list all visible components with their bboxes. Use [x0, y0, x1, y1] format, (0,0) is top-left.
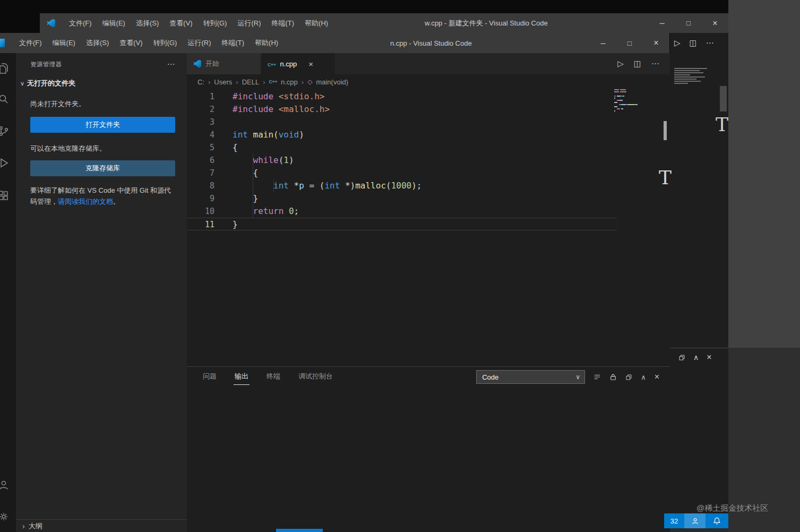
menu-item[interactable]: 终端(T) [216, 38, 250, 48]
panel-tab-输出[interactable]: 输出 [234, 370, 250, 385]
menu-item[interactable]: 转到(G) [198, 19, 233, 28]
outline-section[interactable]: › 大纲 [16, 519, 187, 532]
source-control-icon[interactable] [0, 125, 10, 138]
menu-item[interactable]: 运行(R) [182, 38, 216, 48]
lock-icon[interactable] [609, 373, 617, 381]
menu-item[interactable]: 选择(S) [81, 38, 114, 48]
breadcrumb-item[interactable]: Users [214, 78, 232, 86]
more-actions-icon[interactable]: ⋯ [167, 59, 175, 69]
minimize-icon[interactable]: ─ [590, 33, 616, 53]
git-docs-link[interactable]: 请阅读我们的文档 [58, 198, 113, 205]
status-line-badge[interactable]: 32 [664, 513, 684, 528]
close-icon[interactable]: × [702, 13, 728, 33]
panel-tab-终端[interactable]: 终端 [265, 370, 281, 384]
front-menu-bar: 文件(F)编辑(E)选择(S)查看(V)转到(G)运行(R)终端(T)帮助(H) [14, 38, 283, 48]
git-hint-text: 要详细了解如何在 VS Code 中使用 Git 和源代码管理，请阅读我们的文档… [30, 185, 175, 207]
front-vscode-window: 文件(F)编辑(E)选择(S)查看(V)转到(G)运行(R)终端(T)帮助(H)… [0, 33, 670, 532]
line-number: 8 [187, 179, 214, 192]
extensions-icon[interactable] [0, 190, 10, 202]
panel-tab-问题[interactable]: 问题 [202, 370, 218, 384]
back-editor-strip: ▷ ◫ ⋯ T ∧ × [670, 33, 728, 528]
editor-tab-n.cpp[interactable]: n.cpp× [261, 53, 336, 74]
panel-controls: Code ∨ ∧ × [476, 370, 659, 384]
notifications-bell-icon[interactable] [706, 513, 728, 528]
close-panel-icon[interactable]: × [655, 372, 659, 382]
back-panel-actions: ∧ × [678, 353, 712, 362]
menu-item[interactable]: 文件(F) [14, 38, 47, 48]
breadcrumb-separator: › [236, 78, 238, 86]
close-icon[interactable]: × [643, 33, 669, 53]
code-line[interactable]: 9 } [187, 192, 617, 205]
chevron-up-icon[interactable]: ∧ [693, 353, 699, 362]
statusbar-sliver [276, 529, 323, 532]
breadcrumb-item[interactable]: DELL [242, 78, 260, 86]
open-folder-button[interactable]: 打开文件夹 [30, 117, 175, 133]
back-minimap[interactable] [674, 68, 718, 85]
empty-folder-text: 尚未打开文件夹。 [30, 99, 175, 109]
split-editor-icon[interactable]: ◫ [690, 38, 697, 48]
minimize-icon[interactable]: ─ [649, 13, 675, 33]
back-scrollbar-thumb[interactable] [720, 86, 727, 111]
outline-label: 大纲 [29, 521, 42, 531]
panel-tab-调试控制台[interactable]: 调试控制台 [297, 370, 334, 384]
close-panel-icon[interactable]: × [707, 353, 711, 362]
clone-repo-button[interactable]: 克隆存储库 [30, 160, 175, 176]
menu-item[interactable]: 终端(T) [266, 19, 299, 28]
section-no-folder[interactable]: ∨ 无打开的文件夹 [16, 79, 187, 88]
menu-item[interactable]: 编辑(E) [47, 38, 81, 48]
code-line[interactable]: 3 [187, 116, 617, 128]
vscode-logo-icon [0, 39, 5, 47]
code-line[interactable]: 4int main(void) [187, 128, 617, 141]
more-actions-icon[interactable]: ⋯ [651, 59, 659, 68]
menu-item[interactable]: 查看(V) [164, 19, 197, 28]
maximize-icon[interactable]: □ [675, 13, 702, 33]
code-line[interactable]: 11} [187, 218, 617, 230]
open-in-editor-icon[interactable] [625, 374, 632, 381]
breadcrumb-item[interactable]: C: [197, 78, 204, 86]
code-line[interactable]: 1#include <stdio.h> [187, 90, 617, 103]
remote-status-icon[interactable] [684, 513, 706, 528]
code-line[interactable]: 5{ [187, 141, 617, 154]
run-button-icon[interactable]: ▷ [617, 59, 624, 68]
editor-scrollbar-thumb[interactable] [664, 121, 667, 140]
menu-item[interactable]: 转到(G) [148, 38, 183, 48]
editor-glyph: T [659, 167, 672, 188]
editor-tab-开始[interactable]: 开始 [187, 53, 261, 74]
breadcrumb-item[interactable]: main(void) [316, 78, 348, 86]
chevron-down-icon: ∨ [20, 80, 24, 87]
editor-minimap[interactable] [614, 89, 663, 113]
explorer-icon[interactable] [0, 62, 10, 75]
breadcrumb-item[interactable]: n.cpp [281, 78, 298, 86]
front-title-bar: 文件(F)编辑(E)选择(S)查看(V)转到(G)运行(R)终端(T)帮助(H)… [0, 33, 669, 53]
menu-item[interactable]: 帮助(H) [250, 38, 283, 48]
split-editor-icon[interactable]: ◫ [634, 59, 641, 68]
code-line[interactable]: 8 int *p = (int *)malloc(1000); [187, 179, 617, 192]
clear-output-icon[interactable] [593, 373, 601, 381]
settings-gear-icon[interactable] [0, 510, 10, 523]
menu-item[interactable]: 帮助(H) [299, 19, 333, 28]
bottom-panel: 问题输出终端调试控制台 Code ∨ ∧ × [187, 366, 670, 532]
chevron-down-icon: ∨ [575, 373, 580, 381]
stack-icon[interactable] [678, 354, 685, 361]
output-channel-select[interactable]: Code ∨ [476, 370, 585, 384]
maximize-icon[interactable]: □ [616, 33, 643, 53]
code-line[interactable]: 7 { [187, 167, 617, 179]
run-debug-icon[interactable] [0, 157, 10, 169]
menu-item[interactable]: 文件(F) [64, 19, 97, 28]
code-line[interactable]: 2#include <malloc.h> [187, 103, 617, 116]
menu-item[interactable]: 运行(R) [232, 19, 266, 28]
menu-item[interactable]: 选择(S) [131, 19, 164, 28]
screenshot-stage: @稀土掘金技术社区 文件(F)编辑(E)选择(S)查看(V)转到(G)运行(R)… [0, 0, 800, 532]
search-icon[interactable] [0, 93, 10, 106]
maximize-panel-icon[interactable]: ∧ [641, 373, 646, 381]
more-actions-icon[interactable]: ⋯ [706, 38, 714, 48]
code-line[interactable]: 6 while(1) [187, 154, 617, 167]
back-menu-bar: 文件(F)编辑(E)选择(S)查看(V)转到(G)运行(R)终端(T)帮助(H) [64, 19, 333, 28]
account-icon[interactable] [0, 478, 10, 491]
close-tab-icon[interactable]: × [308, 59, 313, 68]
vscode-logo-icon [47, 19, 55, 28]
menu-item[interactable]: 编辑(E) [97, 19, 131, 28]
code-line[interactable]: 10 return 0; [187, 205, 617, 218]
run-button-icon[interactable]: ▷ [674, 38, 681, 48]
menu-item[interactable]: 查看(V) [114, 38, 148, 48]
